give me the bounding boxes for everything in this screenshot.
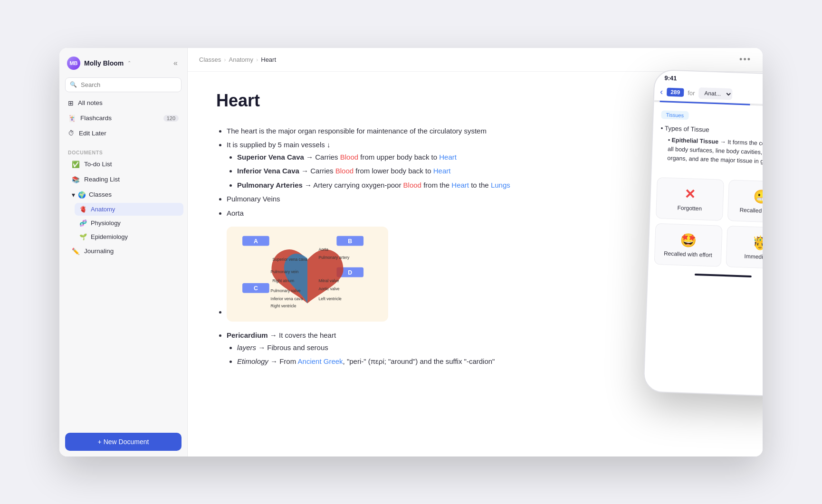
flashcards-label: Flashcards bbox=[80, 114, 112, 122]
for-label: for bbox=[688, 89, 695, 96]
link-blood-2[interactable]: Blood bbox=[335, 167, 354, 175]
effort-emoji: 🤩 bbox=[680, 232, 697, 248]
link-heart-1[interactable]: Heart bbox=[439, 153, 457, 161]
phone-time: 9:41 bbox=[664, 74, 677, 82]
epidemiology-label: Epidemiology bbox=[91, 233, 128, 240]
partial-emoji: 😬 bbox=[753, 189, 763, 205]
flashcards-badge: 120 bbox=[163, 115, 179, 122]
svg-text:Left ventricle: Left ventricle bbox=[319, 296, 342, 301]
documents-section-label: DOCUMENTS bbox=[59, 145, 187, 157]
breadcrumb-sep-1: › bbox=[224, 56, 226, 63]
breadcrumb-current: Heart bbox=[261, 56, 276, 63]
user-info[interactable]: MB Molly Bloom ⌃ bbox=[67, 57, 131, 70]
journaling-label: Journaling bbox=[84, 247, 114, 255]
sidebar-footer: + New Document bbox=[59, 427, 187, 456]
phone-home-bar bbox=[695, 274, 752, 277]
physiology-icon: 🧬 bbox=[79, 219, 87, 227]
breadcrumb-sep-2: › bbox=[256, 56, 258, 63]
sub-item-physiology[interactable]: 🧬 Physiology bbox=[75, 217, 183, 229]
recall-card-forgotten[interactable]: ✕ Forgotten bbox=[656, 177, 724, 221]
immediately-emoji: 🤴 bbox=[752, 235, 763, 251]
classes-toggle[interactable]: ▾ 🌍 Classes bbox=[63, 188, 183, 202]
svg-text:Pulmonary valve: Pulmonary valve bbox=[271, 288, 301, 293]
epidemiology-icon: 🌱 bbox=[79, 233, 87, 240]
forgotten-label: Forgotten bbox=[677, 204, 702, 212]
partial-label: Recalled partially bbox=[739, 207, 763, 215]
phone-bullet-1: • Types of Tissue bbox=[660, 124, 763, 136]
breadcrumb-root[interactable]: Classes bbox=[199, 56, 221, 63]
journaling-item[interactable]: ✏️ Journaling bbox=[63, 244, 183, 258]
topbar: Classes › Anatomy › Heart ••• bbox=[188, 48, 763, 72]
svg-text:A: A bbox=[254, 238, 258, 245]
nav-item-all-notes[interactable]: ⊞ All notes bbox=[63, 96, 183, 110]
sub-item-anatomy[interactable]: 🫀 Anatomy bbox=[75, 203, 183, 216]
recall-card-partial[interactable]: 😬 Recalled partially bbox=[727, 180, 763, 223]
avatar: MB bbox=[67, 57, 80, 70]
breadcrumb: Classes › Anatomy › Heart bbox=[199, 56, 276, 63]
anat-dropdown[interactable]: Anat... bbox=[698, 87, 733, 99]
svg-text:Right ventricle: Right ventricle bbox=[271, 304, 296, 308]
edit-later-label: Edit Later bbox=[79, 130, 106, 137]
svg-text:Pulmonary vein: Pulmonary vein bbox=[271, 269, 299, 274]
todo-icon: ✅ bbox=[72, 161, 80, 168]
phone-mockup: 9:41 ▌▌▌ 📶 🔋 ‹ 289 for Anat... ✏ ••• Tis… bbox=[643, 69, 763, 397]
svg-text:Aorta: Aorta bbox=[319, 247, 329, 252]
phone-back-button[interactable]: ‹ bbox=[660, 86, 663, 96]
flashcards-icon: 🃏 bbox=[68, 114, 76, 122]
sub-items: 🫀 Anatomy 🧬 Physiology 🌱 Epidemiology bbox=[71, 203, 187, 244]
chevron-icon: ⌃ bbox=[127, 60, 131, 66]
all-notes-label: All notes bbox=[78, 99, 103, 106]
svg-text:Right atrium: Right atrium bbox=[272, 278, 294, 283]
breadcrumb-mid[interactable]: Anatomy bbox=[229, 56, 253, 63]
collapse-button[interactable]: « bbox=[172, 57, 180, 69]
link-blood-3[interactable]: Blood bbox=[403, 181, 421, 189]
anatomy-icon: 🫀 bbox=[79, 206, 87, 213]
sidebar-header: MB Molly Bloom ⌃ « bbox=[59, 48, 187, 76]
link-heart-2[interactable]: Heart bbox=[433, 167, 451, 175]
new-document-button[interactable]: + New Document bbox=[65, 433, 182, 451]
flashcard-count: 289 bbox=[667, 87, 684, 96]
classes-icon: 🌍 bbox=[78, 191, 86, 199]
svg-text:Inferior vena cava: Inferior vena cava bbox=[271, 296, 303, 301]
effort-label: Recalled with effort bbox=[664, 250, 712, 258]
chevron-down-icon: ▾ bbox=[72, 191, 75, 199]
svg-text:C: C bbox=[254, 285, 258, 292]
recall-card-immediately[interactable]: 🤴 Immediately bbox=[726, 226, 763, 269]
sub-item-epidemiology[interactable]: 🌱 Epidemiology bbox=[75, 230, 183, 243]
journaling-icon: ✏️ bbox=[72, 247, 80, 255]
reading-label: Reading List bbox=[84, 176, 120, 183]
recall-card-effort[interactable]: 🤩 Recalled with effort bbox=[654, 223, 723, 267]
user-name: Molly Bloom bbox=[84, 59, 124, 67]
link-heart-3[interactable]: Heart bbox=[451, 181, 469, 189]
all-notes-icon: ⊞ bbox=[68, 99, 74, 107]
svg-text:D: D bbox=[348, 269, 352, 276]
todo-label: To-do List bbox=[84, 161, 112, 168]
edit-later-icon: ⏱ bbox=[68, 130, 75, 137]
physiology-label: Physiology bbox=[91, 219, 121, 227]
doc-item-reading[interactable]: 📚 Reading List bbox=[63, 172, 183, 187]
more-options-button[interactable]: ••• bbox=[739, 55, 751, 65]
svg-text:Aortic valve: Aortic valve bbox=[319, 286, 340, 291]
svg-text:B: B bbox=[348, 238, 352, 245]
link-blood-1[interactable]: Blood bbox=[340, 153, 358, 161]
svg-text:Pulmonary artery: Pulmonary artery bbox=[319, 255, 350, 260]
classes-label: Classes bbox=[89, 191, 112, 198]
search-icon: 🔍 bbox=[70, 81, 77, 88]
sidebar: MB Molly Bloom ⌃ « 🔍 ⊞ All notes 🃏 Fl bbox=[59, 48, 188, 456]
nav-item-edit-later[interactable]: ⏱ Edit Later bbox=[63, 126, 183, 140]
link-ancient-greek[interactable]: Ancient Greek bbox=[298, 357, 343, 365]
tissues-tag: Tissues bbox=[661, 110, 688, 120]
heart-diagram: A B D C bbox=[227, 227, 388, 322]
search-bar-container: 🔍 bbox=[65, 77, 182, 92]
reading-icon: 📚 bbox=[72, 176, 80, 183]
immediately-label: Immediately bbox=[744, 253, 763, 260]
link-lungs[interactable]: Lungs bbox=[491, 181, 510, 189]
phone-content: Tissues • Types of Tissue • Epithelial T… bbox=[652, 102, 763, 174]
doc-item-todo[interactable]: ✅ To-do List bbox=[63, 157, 183, 171]
search-input[interactable] bbox=[65, 77, 182, 92]
phone-sub-bullet: • Epithelial Tissue → It forms the cover… bbox=[667, 135, 763, 167]
nav-item-flashcards[interactable]: 🃏 Flashcards 120 bbox=[63, 111, 183, 125]
svg-text:Superior vena cava: Superior vena cava bbox=[272, 257, 307, 262]
nav-items: ⊞ All notes 🃏 Flashcards 120 ⏱ Edit Late… bbox=[59, 96, 187, 141]
heart-svg: A B D C bbox=[236, 234, 379, 314]
